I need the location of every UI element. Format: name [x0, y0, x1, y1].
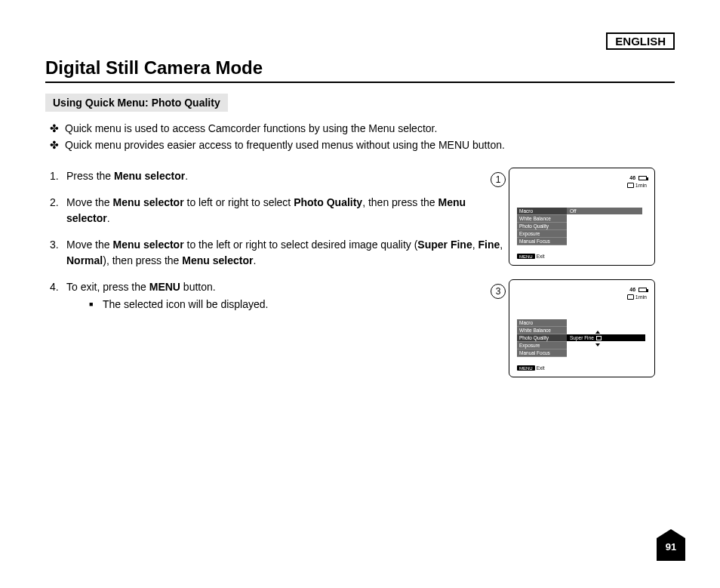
menu-button-label: MENU — [517, 365, 535, 371]
menu-item-macro: Macro — [517, 319, 567, 327]
time-remaining: 1min — [635, 183, 647, 188]
step-2: Move the Menu selector to left or right … — [50, 195, 506, 226]
time-remaining: 1min — [635, 294, 647, 300]
step-4-note: The selected icon will be displayed. — [103, 297, 268, 312]
page-title: Digital Still Camera Mode — [45, 57, 675, 79]
figure-number-badge: 1 — [491, 172, 506, 187]
menu-item-exposure: Exposure — [517, 342, 567, 349]
page-number: 91 — [657, 541, 685, 553]
camera-screen: 46 1min Macro White Balance Photo Qualit… — [509, 168, 655, 266]
bullet-mark: ✤ — [50, 137, 65, 154]
menu-value-super-fine: Super Fine — [567, 334, 645, 341]
step-1: Press the Menu selector. — [50, 168, 506, 184]
card-icon — [627, 183, 634, 188]
steps-list: Press the Menu selector. Move the Menu s… — [50, 168, 506, 312]
menu-value-off: Off — [567, 208, 642, 214]
exit-hint: MENUExit — [517, 365, 545, 371]
title-rule — [45, 82, 675, 83]
battery-icon — [638, 288, 647, 292]
quick-menu: Macro White Balance Photo Quality Exposu… — [517, 208, 567, 245]
step-3: Move the Menu selector to the left or ri… — [50, 237, 506, 269]
intro-bullets: ✤Quick menu is used to access Camcorder … — [50, 121, 675, 153]
square-bullet-icon: ■ — [89, 297, 103, 312]
menu-item-manual-focus: Manual Focus — [517, 349, 567, 357]
bullet-text: Quick menu is used to access Camcorder f… — [65, 121, 437, 137]
quality-icon — [596, 336, 602, 340]
menu-item-macro: Macro — [517, 208, 567, 215]
section-subhead: Using Quick Menu: Photo Quality — [45, 94, 228, 112]
shot-count: 46 — [629, 287, 635, 292]
arrow-up-icon — [595, 331, 600, 334]
menu-item-manual-focus: Manual Focus — [517, 238, 567, 245]
camera-screen: 46 1min Macro White Balance Photo Qualit… — [509, 279, 655, 377]
figure-3: 3 46 1min Macro White Balance Photo Qual… — [509, 279, 673, 377]
menu-item-photo-quality: Photo Quality — [517, 223, 567, 230]
exit-hint: MENUExit — [517, 254, 545, 260]
page-number-flag: 91 — [657, 529, 685, 561]
menu-item-white-balance: White Balance — [517, 327, 567, 334]
language-label: ENGLISH — [606, 32, 675, 50]
menu-button-label: MENU — [517, 254, 535, 259]
bullet-text: Quick menu provides easier access to fre… — [65, 137, 505, 154]
menu-item-exposure: Exposure — [517, 230, 567, 238]
figure-1: 1 46 1min Macro White Balance Photo Qual… — [509, 168, 673, 266]
shot-count: 46 — [629, 175, 635, 180]
arrow-down-icon — [595, 343, 600, 346]
card-icon — [627, 294, 634, 300]
menu-item-white-balance: White Balance — [517, 215, 567, 223]
menu-item-photo-quality: Photo Quality — [517, 334, 567, 342]
quick-menu: Macro White Balance Photo Quality Exposu… — [517, 319, 567, 357]
figure-number-badge: 3 — [491, 284, 506, 299]
battery-icon — [638, 176, 647, 180]
bullet-mark: ✤ — [50, 121, 65, 137]
step-4: To exit, press the MENU button. ■ The se… — [50, 279, 506, 312]
